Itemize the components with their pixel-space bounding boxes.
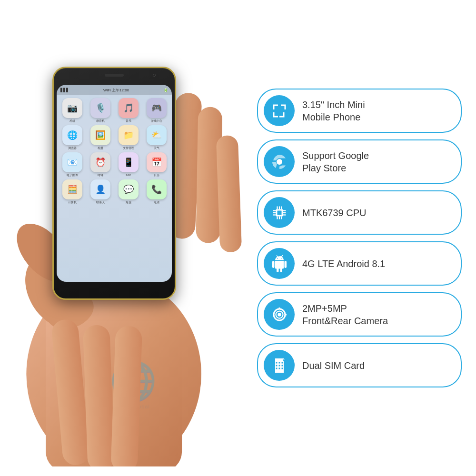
svg-rect-7 [216, 135, 242, 253]
feature-text-camera: 2MP+5MPFront&Rear Camera [302, 302, 388, 327]
svg-point-15 [277, 159, 281, 164]
app-icon: 📧电子邮件 [59, 152, 85, 178]
app-icon: 📞电话 [143, 179, 169, 205]
svg-point-34 [278, 313, 281, 317]
feature-text-android: 4G LTE Android 8.1 [302, 258, 385, 270]
app-icon: 📁文件管理 [115, 125, 141, 150]
watermark-text: FlashGlobal [109, 404, 157, 409]
app-icon: 📅日历 [143, 152, 169, 178]
battery-icon: 🔋 [163, 88, 168, 92]
feature-item-camera: 2MP+5MPFront&Rear Camera [257, 292, 462, 337]
svg-rect-17 [277, 210, 281, 215]
feature-item-sim: Dual SIM Card [257, 343, 462, 387]
feature-icon-camera [264, 299, 295, 330]
app-icon: 🌐浏览器 [59, 125, 85, 150]
signal-icon: ▋▋▋ [60, 88, 69, 92]
feature-icon-sim [264, 350, 295, 381]
app-icon: 🧮计算机 [59, 179, 85, 205]
feature-item-screen-size: 3.15" Inch MiniMobile Phone [257, 89, 462, 133]
apps-grid: 📷相机🎙️录音机🎵音乐🎮游戏中心🌐浏览器🖼️相册📁文件管理⛅天气📧电子邮件⏰时钟… [57, 95, 172, 208]
app-icon: 🎮游戏中心 [143, 98, 169, 123]
feature-icon-screen-size [264, 95, 295, 126]
status-center: WiFi 上午12:00 [103, 88, 129, 93]
feature-text-google-play: Support GooglePlay Store [302, 149, 369, 174]
feature-icon-android [264, 248, 295, 279]
feature-text-sim: Dual SIM Card [302, 359, 365, 372]
app-icon: ⛅天气 [143, 125, 169, 150]
feature-item-android: 4G LTE Android 8.1 [257, 241, 462, 286]
app-icon: 🎵音乐 [115, 98, 141, 123]
feature-item-cpu: MTK6739 CPU [257, 190, 462, 235]
feature-text-screen-size: 3.15" Inch MiniMobile Phone [302, 99, 365, 123]
feature-icon-google-play [264, 146, 295, 177]
app-icon: ⏰时钟 [87, 152, 113, 178]
app-icon: 👤联系人 [87, 179, 113, 205]
features-section: 3.15" Inch MiniMobile PhoneSupport Googl… [252, 10, 462, 466]
feature-item-google-play: Support GooglePlay Store [257, 139, 462, 184]
app-icon: 🎙️录音机 [87, 98, 113, 123]
phone-section: ▋▋▋ WiFi 上午12:00 🔋 📷相机🎙️录音机🎵音乐🎮游戏中心🌐浏览器🖼… [14, 10, 252, 466]
phone-screen: ▋▋▋ WiFi 上午12:00 🔋 📷相机🎙️录音机🎵音乐🎮游戏中心🌐浏览器🖼… [57, 85, 172, 282]
page-container: ▋▋▋ WiFi 上午12:00 🔋 📷相机🎙️录音机🎵音乐🎮游戏中心🌐浏览器🖼… [0, 0, 476, 476]
app-icon: 📷相机 [59, 98, 85, 123]
feature-icon-cpu [264, 197, 295, 228]
phone-speaker [105, 74, 124, 77]
phone-device: ▋▋▋ WiFi 上午12:00 🔋 📷相机🎙️录音机🎵音乐🎮游戏中心🌐浏览器🖼… [52, 67, 176, 300]
app-icon: 📱SIM [115, 152, 141, 178]
app-icon: 🖼️相册 [87, 125, 113, 150]
watermark-globe-icon: 🌐 [109, 359, 157, 404]
app-icon: 💬短信 [115, 179, 141, 205]
phone-camera [153, 74, 156, 77]
feature-text-cpu: MTK6739 CPU [302, 207, 367, 219]
status-bar: ▋▋▋ WiFi 上午12:00 🔋 [57, 85, 172, 95]
watermark: 🌐 FlashGlobal [109, 359, 157, 409]
